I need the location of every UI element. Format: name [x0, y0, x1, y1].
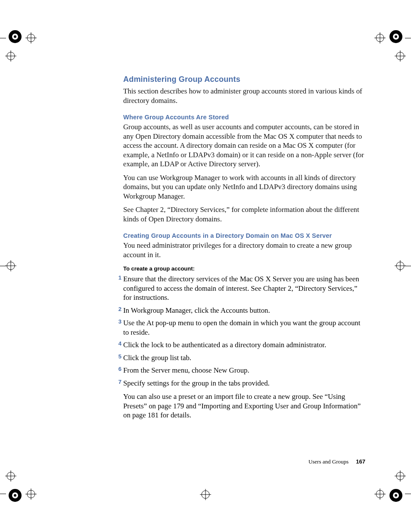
- svg-point-29: [14, 494, 16, 497]
- svg-point-3: [27, 34, 35, 42]
- section-intro: This section describes how to administer…: [123, 87, 366, 105]
- crosshair-icon: [200, 489, 211, 500]
- crop-mark-icon: [0, 38, 6, 38]
- step-number: 4: [114, 340, 121, 348]
- crosshair-icon: [395, 470, 406, 482]
- footer-chapter: Users and Groups: [308, 458, 349, 465]
- step-number: 6: [114, 366, 121, 373]
- svg-point-24: [202, 491, 209, 498]
- step-number: 1: [114, 274, 121, 282]
- svg-point-0: [9, 30, 22, 43]
- crop-mark-icon: [405, 494, 411, 494]
- procedure-steps: 1Ensure that the directory services of t…: [123, 274, 366, 420]
- crop-mark-icon: [0, 266, 6, 266]
- svg-point-18: [7, 262, 15, 270]
- crosshair-icon: [5, 50, 16, 62]
- step-number: 5: [114, 353, 121, 361]
- crosshair-icon: [374, 32, 386, 44]
- svg-point-36: [389, 489, 402, 502]
- procedure-step: 3Use the At pop-up menu to open the doma…: [123, 318, 366, 337]
- subheading-where-stored: Where Group Accounts Are Stored: [123, 114, 366, 121]
- svg-point-12: [376, 34, 384, 42]
- svg-point-9: [389, 30, 402, 43]
- step-text: Use the At pop-up menu to open the domai…: [123, 319, 360, 336]
- svg-point-42: [396, 472, 404, 480]
- section-heading: Administering Group Accounts: [123, 75, 366, 84]
- step-number: 7: [114, 379, 121, 386]
- crosshair-icon: [395, 260, 406, 271]
- step-followup: You can also use a preset or an import f…: [123, 392, 366, 420]
- procedure-step: 1Ensure that the directory services of t…: [123, 274, 366, 302]
- procedure-step: 7Specify settings for the group in the t…: [123, 379, 366, 420]
- step-text: In Workgroup Manager, click the Accounts…: [123, 306, 270, 314]
- svg-point-37: [393, 492, 399, 498]
- svg-point-27: [9, 489, 22, 502]
- procedure-step: 6From the Server menu, choose New Group.: [123, 366, 366, 375]
- svg-point-21: [396, 262, 404, 270]
- body-paragraph: Group accounts, as well as user accounts…: [123, 122, 366, 169]
- registration-mark-icon: [389, 29, 403, 44]
- registration-mark-icon: [8, 488, 22, 503]
- crosshair-icon: [374, 488, 386, 500]
- svg-point-2: [14, 35, 16, 38]
- crosshair-icon: [395, 50, 406, 62]
- body-paragraph: You need administrator privileges for a …: [123, 241, 366, 259]
- crop-mark-icon: [405, 266, 411, 266]
- crop-mark-icon: [405, 38, 411, 38]
- crosshair-icon: [25, 488, 37, 500]
- crosshair-icon: [25, 32, 37, 44]
- body-paragraph: You can use Workgroup Manager to work wi…: [123, 173, 366, 201]
- svg-point-38: [395, 494, 397, 497]
- step-text: Click the lock to be authenticated as a …: [123, 341, 326, 349]
- step-text: Specify settings for the group in the ta…: [123, 379, 270, 387]
- svg-point-33: [7, 472, 15, 480]
- page-content: Administering Group Accounts This sectio…: [123, 75, 366, 423]
- registration-mark-icon: [8, 29, 22, 44]
- svg-point-11: [395, 35, 397, 38]
- subheading-creating-group: Creating Group Accounts in a Directory D…: [123, 232, 366, 239]
- body-paragraph: See Chapter 2, “Directory Services,” for…: [123, 205, 366, 224]
- svg-point-28: [12, 492, 18, 498]
- svg-point-15: [396, 52, 404, 60]
- page-number: 167: [356, 458, 365, 465]
- crosshair-icon: [5, 470, 16, 482]
- svg-point-1: [12, 34, 18, 40]
- step-text: From the Server menu, choose New Group.: [123, 366, 249, 374]
- registration-mark-icon: [389, 488, 403, 503]
- procedure-step: 5Click the group list tab.: [123, 353, 366, 363]
- svg-point-30: [27, 490, 35, 498]
- step-number: 3: [114, 318, 121, 326]
- procedure-step: 2In Workgroup Manager, click the Account…: [123, 306, 366, 315]
- procedure-step: 4Click the lock to be authenticated as a…: [123, 340, 366, 350]
- page-footer: Users and Groups 167: [308, 458, 365, 465]
- svg-point-6: [7, 52, 15, 60]
- crop-mark-icon: [0, 494, 6, 494]
- step-text: Click the group list tab.: [123, 354, 191, 362]
- crosshair-icon: [5, 260, 16, 271]
- svg-point-39: [376, 490, 384, 498]
- procedure-heading: To create a group account:: [123, 265, 366, 272]
- svg-point-10: [393, 34, 399, 40]
- page: Administering Group Accounts This sectio…: [0, 0, 411, 532]
- step-text: Ensure that the directory services of th…: [123, 275, 359, 302]
- step-number: 2: [114, 306, 121, 313]
